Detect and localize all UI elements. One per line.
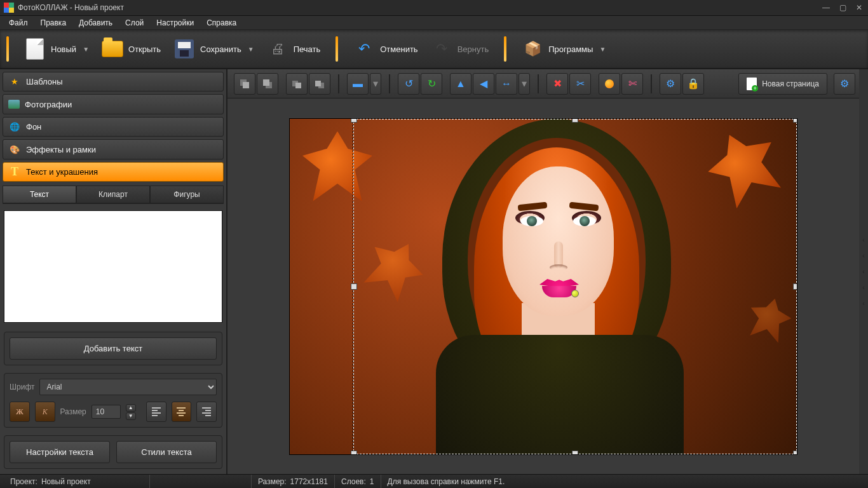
right-collapsed-panel[interactable]: ‹ ‹ ‹ ‹ ‹ [859,69,868,474]
menu-add[interactable]: Добавить [72,17,119,29]
flip-h-button[interactable]: ▲ [450,73,471,95]
resize-handle-e[interactable] [793,283,797,290]
status-size-label: Размер: [258,477,287,486]
toolbar-separator [6,36,9,62]
selection-box[interactable] [353,119,797,454]
subtab-text[interactable]: Текст [3,186,76,203]
workspace: ▬ ▾ ↺ ↻ ▲ ◀ ↔ ▾ ✖ ✂ ✄ [227,69,859,474]
close-button[interactable]: ✕ [854,3,864,12]
delete-button[interactable]: ✖ [546,73,568,95]
flip-v-button[interactable]: ◀ [473,73,494,95]
left-sidebar: ★ Шаблоны Фотографии 🌐 Фон 🎨 Эффекты и р… [0,69,227,474]
color-button[interactable] [599,73,620,95]
size-label: Размер [60,407,86,416]
title-bar: ФотоКОЛЛАЖ - Новый проект — ▢ ✕ [0,0,868,16]
send-back-button[interactable] [257,73,278,95]
resize-handle-nw[interactable] [351,118,357,123]
rotate-ccw-button[interactable]: ↺ [398,73,419,95]
menu-settings[interactable]: Настройки [150,17,200,29]
accordion-background[interactable]: 🌐 Фон [3,117,224,137]
size-input[interactable] [92,405,121,419]
new-button[interactable]: Новый ▼ [18,36,95,62]
chevron-left-icon: ‹ [862,300,864,307]
menu-layer[interactable]: Слой [119,17,150,29]
font-select[interactable]: Arial [39,379,217,395]
app-icon [4,3,14,13]
backward-button[interactable] [309,73,330,95]
fit-dropdown[interactable]: ▾ [519,73,530,95]
redo-button[interactable]: ↷ Вернуть [424,36,496,62]
resize-handle-ne[interactable] [793,118,797,123]
accordion-label: Фотографии [25,100,72,109]
lock-button[interactable]: 🔒 [682,73,704,95]
accordion-effects[interactable]: 🎨 Эффекты и рамки [3,139,224,159]
crop-button[interactable]: ✂ [569,73,591,95]
chevron-left-icon: ‹ [862,252,864,259]
accordion-photos[interactable]: Фотографии [3,94,224,114]
text-icon: T [8,166,21,179]
star-icon: ★ [8,76,21,88]
folder-open-icon [102,41,123,57]
bring-front-button[interactable] [234,73,255,95]
status-layers-label: Слоев: [341,477,366,486]
sphere-icon [605,79,614,88]
menu-edit[interactable]: Правка [34,17,73,29]
minimize-button[interactable]: — [821,3,831,12]
rotate-handle[interactable] [571,290,579,297]
subtab-clipart[interactable]: Клипарт [76,186,150,203]
save-button[interactable]: Сохранить ▼ [167,36,261,62]
print-button[interactable]: 🖨 Печать [261,36,327,62]
toolbar-separator [504,36,506,62]
new-label: Новый [51,44,76,54]
resize-handle-sw[interactable] [351,451,357,455]
photo-icon [8,100,20,109]
menu-help[interactable]: Справка [200,17,243,29]
menu-bar: Файл Правка Добавить Слой Настройки Спра… [0,16,868,30]
rotate-cw-button[interactable]: ↻ [421,73,442,95]
open-button[interactable]: Открыть [95,36,167,62]
bold-button[interactable]: Ж [10,402,30,422]
align-dropdown[interactable]: ▾ [370,73,381,95]
text-settings-button[interactable]: Настройки текста [10,441,110,463]
canvas-toolbar: ▬ ▾ ↺ ↻ ▲ ◀ ↔ ▾ ✖ ✂ ✄ [227,69,859,98]
forward-button[interactable] [286,73,308,95]
palette-icon: 🎨 [8,143,21,156]
accordion-templates[interactable]: ★ Шаблоны [3,72,224,92]
resize-handle-se[interactable] [793,451,797,455]
settings-button[interactable]: ⚙ [660,73,681,95]
align-button[interactable]: ▬ [347,73,369,95]
subtab-shapes[interactable]: Фигуры [150,186,224,203]
align-center-button[interactable] [172,402,192,422]
fit-width-button[interactable]: ↔ [496,73,517,95]
svg-rect-3 [263,79,269,86]
new-file-icon [26,38,44,60]
printer-icon: 🖨 [267,38,288,60]
resize-handle-s[interactable] [572,451,578,455]
menu-file[interactable]: Файл [3,17,34,29]
canvas-stage[interactable] [227,98,859,474]
programs-button[interactable]: 📦 Программы ▼ [515,36,612,62]
save-label: Сохранить [200,44,241,54]
new-page-button[interactable]: + Новая страница [738,73,827,95]
accordion-text-decor[interactable]: T Текст и украшения [3,162,224,182]
chevron-left-icon: ‹ [862,268,864,275]
resize-handle-w[interactable] [351,283,357,290]
align-left-button[interactable] [146,402,166,422]
status-size-value: 1772x1181 [290,477,328,486]
maximize-button[interactable]: ▢ [837,3,848,12]
cut-button[interactable]: ✄ [621,73,643,95]
canvas[interactable] [289,118,797,455]
undo-button[interactable]: ↶ Отменить [347,36,424,62]
resize-handle-n[interactable] [572,118,578,123]
align-right-button[interactable] [196,402,217,422]
text-buttons-panel: Настройки текста Стили текста [4,435,222,469]
svg-rect-7 [315,81,321,86]
page-settings-button[interactable]: ⚙ [834,73,855,95]
text-styles-button[interactable]: Стили текста [116,441,217,463]
italic-button[interactable]: К [35,402,55,422]
add-text-button[interactable]: Добавить текст [10,337,217,360]
font-label: Шрифт [10,383,34,391]
size-up[interactable]: ▲ [126,404,136,412]
size-down[interactable]: ▼ [126,412,136,420]
print-label: Печать [294,44,321,54]
